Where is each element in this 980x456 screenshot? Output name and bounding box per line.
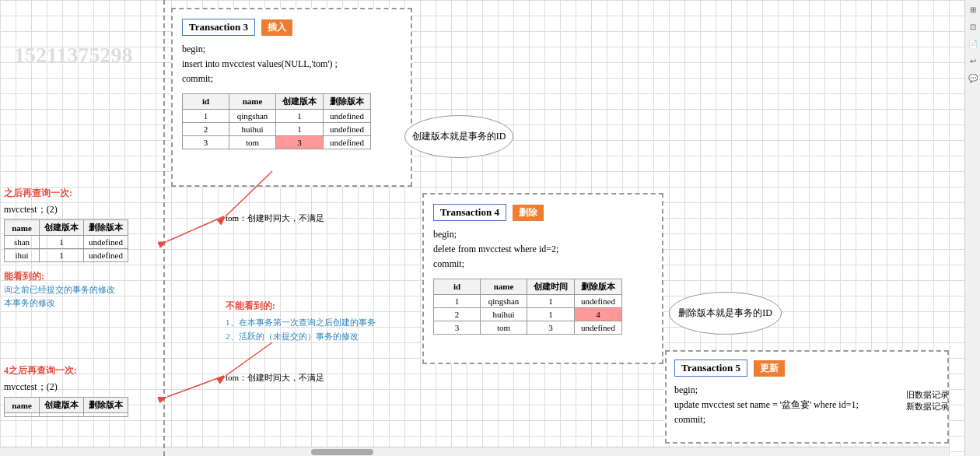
cannot-see-item-2: 2、活跃的（未提交的）事务的修改 xyxy=(226,330,376,344)
toolbar-icon-5[interactable]: 💬 xyxy=(968,72,978,83)
transaction3-header: Transaction 3 插入 xyxy=(182,19,401,36)
cell-highlighted: 3 xyxy=(276,135,324,149)
transaction4-table: id name 创建时间 删除版本 1 qingshan 1 undefined… xyxy=(433,279,622,335)
cell: 1 xyxy=(527,307,575,321)
th-create-time: 创建时间 xyxy=(527,279,575,294)
content-area: 15211375298 之后再查询一次: mvcctest；(2) name 创… xyxy=(0,0,964,456)
left-divider xyxy=(163,0,165,456)
toolbar-icon-2[interactable]: ⊡ xyxy=(968,21,978,32)
transaction5-title: Transaction 5 xyxy=(674,360,747,377)
cell: 1 xyxy=(183,109,229,122)
cannot-see-item-1: 1、在本事务第一次查询之后创建的事务 xyxy=(226,316,376,330)
cell: 3 xyxy=(434,321,481,334)
tom-annotation-1: tom：创建时间大，不满足 xyxy=(226,212,324,224)
th-delete: 删除版本 xyxy=(324,93,371,109)
col-header-create: 创建版本 xyxy=(40,220,84,236)
cell: 1 xyxy=(276,109,324,122)
new-data-label: 新数据记录 xyxy=(906,401,949,412)
th-name: name xyxy=(481,279,527,294)
query2-table: name 创建版本 删除版本 xyxy=(4,397,128,417)
cell: 1 xyxy=(276,122,324,135)
table-row: 2 huihui 1 undefined xyxy=(183,122,371,135)
table-row xyxy=(5,413,128,417)
col-header-delete: 删除版本 xyxy=(84,220,128,236)
table-row: 3 tom 3 undefined xyxy=(183,135,371,149)
cell: 3 xyxy=(527,321,575,334)
query2-label: 4之后再查询一次: xyxy=(4,364,163,377)
cell-delete: undefined xyxy=(84,236,128,249)
th-name: name xyxy=(229,93,276,109)
old-data-label: 旧数据记录 xyxy=(906,389,949,401)
transaction4-badge: 删除 xyxy=(513,205,544,221)
left-query-1: 之后再查询一次: mvcctest；(2) name 创建版本 删除版本 sha… xyxy=(4,187,163,309)
transaction3-code: begin; insert into mvcctest values(NULL,… xyxy=(182,42,401,87)
svg-line-4 xyxy=(167,216,224,241)
can-see-item-1: 询之前已经提交的事务的修改 xyxy=(4,283,163,296)
query2-subtitle: mvcctest；(2) xyxy=(4,381,163,394)
svg-line-5 xyxy=(167,376,224,397)
can-see-section: 能看到的: 询之前已经提交的事务的修改 本事务的修改 xyxy=(4,270,163,309)
th-id: id xyxy=(183,93,229,109)
cell: qingshan xyxy=(481,294,527,307)
query1-subtitle: mvcctest；(2) xyxy=(4,203,163,216)
transaction5-badge: 更新 xyxy=(754,360,785,377)
watermark: 15211375298 xyxy=(14,43,132,68)
cell: undefined xyxy=(324,122,371,135)
transaction3-title: Transaction 3 xyxy=(182,19,255,36)
cell: 2 xyxy=(434,307,481,321)
transaction3-callout: 创建版本就是事务的ID xyxy=(404,115,513,158)
transaction3-badge: 插入 xyxy=(261,19,292,36)
transaction5-code: begin; update mvcctest set name = '盆鱼宴' … xyxy=(674,383,940,428)
cell-name: shan xyxy=(5,236,40,249)
table-row: shan 1 undefined xyxy=(5,236,128,249)
transaction4-title: Transaction 4 xyxy=(433,204,506,221)
bottom-scrollbar[interactable] xyxy=(0,447,949,456)
transaction3-box: Transaction 3 插入 begin; insert into mvcc… xyxy=(171,8,412,187)
transaction4-header: Transaction 4 删除 xyxy=(433,204,653,221)
cell: qingshan xyxy=(229,109,276,122)
col-header-create: 创建版本 xyxy=(40,398,84,413)
th-create: 创建版本 xyxy=(276,93,324,109)
transaction4-code: begin; delete from mvcctest where id=2; … xyxy=(433,227,653,272)
table-row: ihui 1 undefined xyxy=(5,249,128,262)
table-row: 2 huihui 1 4 xyxy=(434,307,622,321)
transaction4-callout: 删除版本就是事务的ID xyxy=(669,292,782,335)
cell-create xyxy=(40,413,84,417)
cell: huihui xyxy=(229,122,276,135)
cell: undefined xyxy=(575,294,622,307)
svg-line-3 xyxy=(226,342,272,376)
cell: 1 xyxy=(527,294,575,307)
can-see-label: 能看到的: xyxy=(4,270,163,283)
transaction5-header: Transaction 5 更新 xyxy=(674,360,940,377)
query1-table: name 创建版本 删除版本 shan 1 undefined ihui 1 u… xyxy=(4,219,128,262)
cell-create: 1 xyxy=(40,249,84,262)
cell-name xyxy=(5,413,40,417)
old-new-data-annotation: 旧数据记录 新数据记录 xyxy=(906,389,949,412)
cell-delete xyxy=(84,413,128,417)
tom-annotation-2: tom：创建时间大，不满足 xyxy=(226,372,324,384)
cell-highlighted: 4 xyxy=(575,307,622,321)
cell-delete: undefined xyxy=(84,249,128,262)
transaction4-box: Transaction 4 删除 begin; delete from mvcc… xyxy=(422,193,663,364)
transaction3-table: id name 创建版本 删除版本 1 qingshan 1 undefined… xyxy=(182,93,371,149)
scroll-thumb[interactable] xyxy=(311,449,373,455)
query1-label: 之后再查询一次: xyxy=(4,187,163,200)
cannot-see-label: 不能看到的: xyxy=(226,300,376,313)
right-toolbar: ⊞ ⊡ 📄 ↩ 💬 xyxy=(964,0,980,456)
table-row: 1 qingshan 1 undefined xyxy=(434,294,622,307)
cell: 2 xyxy=(183,122,229,135)
toolbar-icon-1[interactable]: ⊞ xyxy=(968,4,978,15)
cell-name: ihui xyxy=(5,249,40,262)
th-id: id xyxy=(434,279,481,294)
cell: 3 xyxy=(183,135,229,149)
cannot-see-section: 不能看到的: 1、在本事务第一次查询之后创建的事务 2、活跃的（未提交的）事务的… xyxy=(226,300,376,343)
table-row: 3 tom 3 undefined xyxy=(434,321,622,334)
cell: 1 xyxy=(434,294,481,307)
th-delete-version: 删除版本 xyxy=(575,279,622,294)
toolbar-icon-4[interactable]: ↩ xyxy=(968,55,978,66)
cell: tom xyxy=(229,135,276,149)
col-header-name: name xyxy=(5,398,40,413)
col-header-name: name xyxy=(5,220,40,236)
cell: undefined xyxy=(324,135,371,149)
toolbar-icon-3[interactable]: 📄 xyxy=(968,38,978,49)
